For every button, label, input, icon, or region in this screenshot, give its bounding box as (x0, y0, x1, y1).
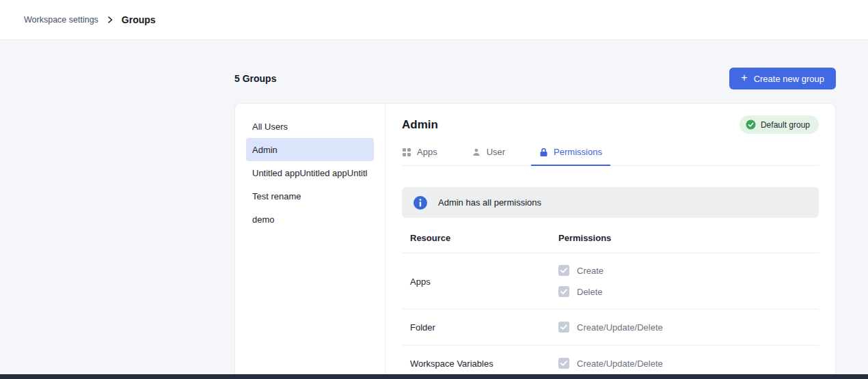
apps-grid-icon (402, 148, 411, 157)
sidebar-item-demo[interactable]: demo (246, 208, 374, 231)
chevron-right-icon (106, 16, 114, 24)
sidebar-item-label: Untitled appUntitled appUntitle… (252, 168, 368, 178)
create-new-group-label: Create new group (754, 74, 824, 84)
group-detail-header: Admin Default group (402, 115, 819, 134)
sidebar-item-label: Test rename (252, 191, 301, 201)
check-icon (560, 324, 567, 330)
group-detail-tabs: Apps User Permissions (402, 147, 819, 166)
tab-user-label: User (487, 147, 505, 157)
tab-apps-label: Apps (417, 147, 437, 157)
table-row-folder: Folder Create/Update/Delete (402, 309, 819, 346)
resource-label: Folder (410, 322, 435, 333)
permission-checkbox-delete[interactable] (558, 286, 569, 297)
permission-checkbox-folder[interactable] (558, 322, 569, 333)
breadcrumb-current-groups: Groups (122, 14, 156, 25)
permission-checkbox-workspace-variables[interactable] (558, 358, 569, 369)
permission-label: Delete (577, 287, 603, 297)
user-icon (472, 148, 481, 157)
permission-item-workspace-variables-cud: Create/Update/Delete (558, 358, 663, 369)
permission-item-folder-cud: Create/Update/Delete (558, 322, 663, 333)
info-icon (413, 195, 428, 210)
permission-label: Create (577, 266, 603, 276)
groups-count-label: 5 Groups (234, 73, 276, 84)
permission-label: Create/Update/Delete (577, 359, 663, 369)
sidebar-item-admin[interactable]: Admin (246, 138, 374, 161)
sidebar-item-untitled-app[interactable]: Untitled appUntitled appUntitle… (246, 161, 374, 184)
breadcrumb-workspace-settings[interactable]: Workspace settings (24, 15, 98, 25)
tab-apps[interactable]: Apps (402, 147, 437, 165)
default-group-badge: Default group (740, 115, 819, 134)
permissions-table: Resource Permissions Apps (402, 231, 819, 374)
sidebar-item-all-users[interactable]: All Users (246, 115, 374, 138)
check-icon (560, 289, 567, 294)
sidebar-item-label: All Users (252, 122, 288, 132)
sidebar-item-test-rename[interactable]: Test rename (246, 184, 374, 208)
create-new-group-button[interactable]: + Create new group (729, 68, 836, 89)
table-row-workspace-variables: Workspace Variables Create/Update/Delete (402, 346, 819, 374)
permissions-info-text: Admin has all permissions (438, 197, 541, 208)
check-icon (560, 268, 567, 273)
breadcrumb: Workspace settings Groups (24, 14, 156, 25)
permissions-table-header: Resource Permissions (402, 231, 819, 253)
permission-item-create: Create (558, 265, 603, 276)
plus-icon: + (741, 72, 747, 83)
check-circle-icon (746, 120, 756, 130)
groups-page: 5 Groups + Create new group All Users Ad… (234, 68, 836, 374)
resource-label: Apps (410, 277, 431, 287)
group-list-sidebar: All Users Admin Untitled appUntitled app… (235, 104, 385, 374)
permission-checkbox-create[interactable] (558, 265, 569, 276)
default-group-badge-label: Default group (761, 120, 810, 130)
table-row-apps: Apps Create Delet (402, 253, 819, 309)
permissions-info-banner: Admin has all permissions (402, 187, 819, 218)
tab-permissions[interactable]: Permissions (539, 147, 602, 165)
resource-label: Workspace Variables (410, 359, 493, 369)
top-header: Workspace settings Groups (0, 0, 868, 40)
tab-user[interactable]: User (472, 147, 505, 165)
bottom-edge-strip (0, 374, 868, 379)
check-icon (560, 361, 567, 366)
permission-item-delete: Delete (558, 286, 603, 297)
resource-column-header: Resource (410, 233, 450, 243)
tab-permissions-label: Permissions (554, 147, 602, 157)
groups-header-row: 5 Groups + Create new group (234, 68, 836, 89)
group-detail-panel: Admin Default group (385, 104, 835, 374)
sidebar-item-label: demo (252, 214, 275, 225)
group-title: Admin (402, 118, 438, 132)
lock-icon (539, 148, 548, 157)
permission-label: Create/Update/Delete (577, 322, 663, 333)
permissions-column-header: Permissions (558, 233, 611, 243)
sidebar-item-label: Admin (252, 145, 277, 155)
groups-card: All Users Admin Untitled appUntitled app… (234, 103, 836, 374)
